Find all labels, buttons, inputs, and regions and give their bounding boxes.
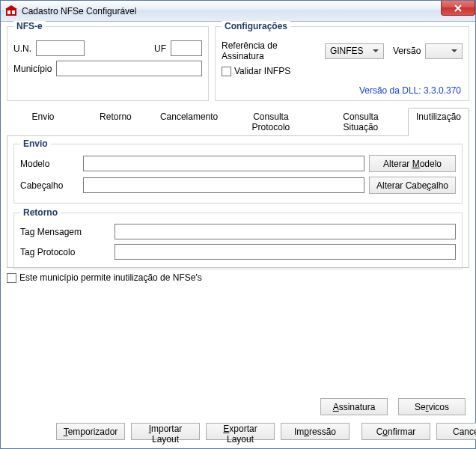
cabecalho-input[interactable] [83, 177, 364, 193]
alterar-modelo-button[interactable]: Alterar Modelo [369, 155, 456, 172]
confirmar-button[interactable]: Confirmar [361, 423, 430, 440]
importar-layout-button[interactable]: Importar Layout [131, 423, 200, 440]
config-legend: Configurações [222, 21, 290, 31]
alterar-cabecalho-button[interactable]: Alterar Cabeçalho [369, 177, 456, 194]
close-button[interactable] [441, 1, 475, 16]
impressao-button[interactable]: Impressão [281, 423, 350, 440]
tag-proto-input[interactable] [115, 244, 456, 260]
versao-label: Versão [393, 46, 421, 56]
cancelar-button[interactable]: Cancelar [436, 423, 476, 440]
ref-label: Referência de Assinatura [222, 40, 320, 61]
servicos-button[interactable]: Servicos [398, 398, 466, 415]
tab-envio[interactable]: Envio [7, 108, 79, 136]
permit-label: Este município permite inutilização de N… [19, 272, 202, 283]
uf-label: UF [154, 43, 166, 54]
checkbox-box-icon [7, 273, 16, 283]
municipio-label: Município [13, 64, 52, 74]
svg-rect-2 [12, 10, 15, 14]
un-label: U.N. [13, 43, 31, 54]
modelo-input[interactable] [83, 156, 364, 171]
tab-page-inutilizacao: Envio Modelo Alterar Modelo Cabeçalho Al… [7, 136, 469, 268]
tabstrip: Envio Retorno Cancelamento Consulta Prot… [7, 107, 469, 136]
tag-msg-input[interactable] [115, 224, 456, 239]
envio-group: Envio Modelo Alterar Modelo Cabeçalho Al… [13, 144, 463, 204]
retorno-legend: Retorno [20, 207, 61, 218]
retorno-group: Retorno Tag Mensagem Tag Protocolo [13, 213, 463, 269]
tab-consulta-protocolo[interactable]: Consulta Protocolo [225, 108, 317, 136]
ref-combo-value: GINFES [330, 46, 364, 56]
modelo-label: Modelo [20, 159, 79, 169]
svg-marker-3 [5, 5, 17, 9]
municipio-input[interactable] [56, 61, 202, 76]
tag-msg-label: Tag Mensagem [20, 227, 110, 237]
nfse-legend: NFS-e [13, 21, 46, 31]
config-group: Configurações Referência de Assinatura G… [215, 26, 469, 101]
assinatura-button[interactable]: Assinatura [320, 398, 388, 415]
permit-checkbox[interactable]: Este município permite inutilização de N… [7, 272, 202, 283]
titlebar: Cadastro NFSe Configurável [1, 1, 475, 22]
un-input[interactable] [36, 40, 85, 56]
dll-version-label: Versão da DLL: 3.3.0.370 [359, 85, 461, 96]
window-title: Cadastro NFSe Configurável [22, 6, 136, 16]
uf-input[interactable] [171, 40, 202, 56]
validar-label: Validar INFPS [234, 66, 290, 76]
checkbox-box-icon [222, 67, 231, 76]
temporizador-button[interactable]: Temporizador [56, 423, 125, 440]
tab-cancelamento[interactable]: Cancelamento [152, 108, 225, 136]
versao-combo[interactable] [425, 43, 463, 59]
svg-rect-1 [7, 10, 10, 14]
tab-consulta-situacao[interactable]: Consulta Situação [317, 108, 405, 136]
envio-legend: Envio [20, 138, 51, 149]
ref-combo[interactable]: GINFES [325, 43, 384, 59]
tab-retorno[interactable]: Retorno [79, 108, 152, 136]
cabecalho-label: Cabeçalho [20, 180, 79, 191]
app-icon [5, 5, 17, 17]
validar-checkbox[interactable]: Validar INFPS [222, 66, 290, 76]
tag-proto-label: Tag Protocolo [20, 247, 110, 257]
nfse-group: NFS-e U.N. UF Município [7, 26, 209, 101]
exportar-layout-button[interactable]: Exportar Layout [206, 423, 275, 440]
tab-inutilizacao[interactable]: Inutilização [408, 108, 469, 136]
